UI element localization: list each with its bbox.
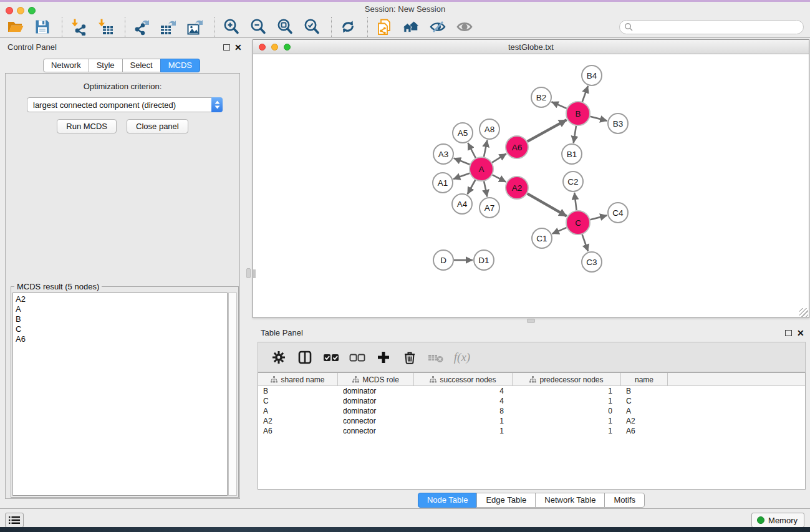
edge-A-A2[interactable] xyxy=(493,175,506,181)
task-history-button[interactable] xyxy=(5,513,24,528)
close-panel-button[interactable]: Close panel xyxy=(127,119,188,133)
table-cell[interactable]: 1 xyxy=(513,416,621,426)
graph-node-C1[interactable]: C1 xyxy=(532,228,552,248)
delete-column-icon[interactable] xyxy=(400,349,419,366)
tab-node-table[interactable]: Node Table xyxy=(418,493,478,508)
table-cell[interactable]: A2 xyxy=(258,416,338,426)
function-builder-icon[interactable]: f(x) xyxy=(453,349,471,366)
mcds-result-item[interactable]: A xyxy=(16,304,227,314)
horizontal-splitter-grip[interactable] xyxy=(527,319,535,323)
edge-A-A3[interactable] xyxy=(454,158,470,165)
graph-node-A3[interactable]: A3 xyxy=(433,144,453,164)
clone-network-icon[interactable] xyxy=(375,18,393,36)
export-image-icon[interactable] xyxy=(186,18,204,36)
edge-A-A8[interactable] xyxy=(484,140,487,157)
table-row[interactable]: A6connector11A6 xyxy=(258,426,805,436)
vertical-splitter-grip[interactable] xyxy=(246,268,251,278)
search-input[interactable] xyxy=(633,22,789,32)
column-header-predecessor-nodes[interactable]: predecessor nodes xyxy=(513,373,621,386)
mcds-result-item[interactable]: B xyxy=(16,314,227,324)
graph-node-D1[interactable]: D1 xyxy=(474,250,494,270)
zoom-out-icon[interactable] xyxy=(249,18,267,36)
tab-style[interactable]: Style xyxy=(89,59,123,72)
edge-B-B3[interactable] xyxy=(590,117,607,121)
graph-node-C[interactable]: C xyxy=(566,211,590,235)
graph-node-C2[interactable]: C2 xyxy=(563,172,583,191)
column-header-shared-name[interactable]: shared name xyxy=(258,373,338,386)
graph-node-C4[interactable]: C4 xyxy=(608,203,628,223)
refresh-layout-icon[interactable] xyxy=(339,18,357,36)
table-cell[interactable]: C xyxy=(258,396,338,406)
graph-node-B1[interactable]: B1 xyxy=(562,144,582,164)
table-cell[interactable]: C xyxy=(621,396,668,406)
table-cell[interactable]: 4 xyxy=(414,386,513,396)
network-canvas-area[interactable]: AA1A2A3A4A5A6A7A8BB1B2B3B4CC1C2C3C4DD1 xyxy=(253,54,809,317)
graph-node-A1[interactable]: A1 xyxy=(433,173,453,193)
add-column-icon[interactable] xyxy=(374,349,393,366)
table-cell[interactable]: connector xyxy=(338,416,414,426)
zoom-selected-icon[interactable] xyxy=(303,18,321,36)
edge-C-C2[interactable] xyxy=(574,193,576,210)
export-table-icon[interactable] xyxy=(160,18,177,36)
edge-A6-B[interactable] xyxy=(528,120,567,142)
tab-network[interactable]: Network xyxy=(43,59,89,72)
tab-mcds[interactable]: MCDS xyxy=(160,59,200,72)
delete-table-icon[interactable] xyxy=(427,349,445,366)
table-row[interactable]: Adominator80A xyxy=(258,406,805,416)
table-cell[interactable]: A xyxy=(258,406,338,416)
edge-A2-C[interactable] xyxy=(527,193,566,216)
close-panel-icon[interactable]: ✕ xyxy=(234,43,242,52)
table-cell[interactable]: 1 xyxy=(513,396,621,406)
graph-node-B2[interactable]: B2 xyxy=(531,87,551,107)
graph-node-A[interactable]: A xyxy=(470,157,493,181)
memory-button[interactable]: Memory xyxy=(751,513,804,528)
mcds-result-item[interactable]: A6 xyxy=(16,334,227,344)
mcds-result-item[interactable]: A2 xyxy=(16,294,227,304)
table-cell[interactable]: 0 xyxy=(513,406,621,416)
graph-node-A6[interactable]: A6 xyxy=(506,136,528,158)
table-cell[interactable]: B xyxy=(621,386,668,396)
graph-node-A8[interactable]: A8 xyxy=(480,119,499,139)
import-table-icon[interactable] xyxy=(97,18,114,36)
export-network-icon[interactable] xyxy=(133,18,150,36)
hide-graphics-details-icon[interactable] xyxy=(429,18,446,36)
edge-B-B1[interactable] xyxy=(574,126,576,143)
unselect-all-icon[interactable] xyxy=(348,349,367,366)
graph-node-B[interactable]: B xyxy=(566,102,590,125)
zoom-in-icon[interactable] xyxy=(223,18,240,36)
graph-node-D[interactable]: D xyxy=(433,250,453,270)
float-table-panel-icon[interactable] xyxy=(785,330,792,336)
table-cell[interactable]: 1 xyxy=(414,416,513,426)
graph-node-A2[interactable]: A2 xyxy=(506,177,528,199)
edge-C-C1[interactable] xyxy=(552,228,567,234)
table-cell[interactable]: B xyxy=(258,386,338,396)
graph-node-A5[interactable]: A5 xyxy=(453,123,473,143)
graph-node-C3[interactable]: C3 xyxy=(582,252,602,272)
edge-A-A6[interactable] xyxy=(492,153,506,162)
table-cell[interactable]: 8 xyxy=(414,406,513,416)
home-icon[interactable] xyxy=(402,18,420,36)
edge-A-A7[interactable] xyxy=(484,181,487,197)
select-all-icon[interactable] xyxy=(322,349,340,366)
table-cell[interactable]: 1 xyxy=(513,386,621,396)
graph-node-B3[interactable]: B3 xyxy=(608,114,628,133)
column-header-successor-nodes[interactable]: successor nodes xyxy=(414,373,513,386)
float-panel-icon[interactable] xyxy=(223,44,230,51)
table-cell[interactable]: dominator xyxy=(338,406,414,416)
table-cell[interactable]: 4 xyxy=(414,396,513,406)
edge-A-A1[interactable] xyxy=(453,173,470,179)
table-cell[interactable]: A2 xyxy=(621,416,668,426)
criterion-select[interactable]: largest connected component (directed) xyxy=(27,97,223,112)
import-network-icon[interactable] xyxy=(70,18,87,36)
edge-C-C3[interactable] xyxy=(582,235,588,251)
table-cell[interactable]: A6 xyxy=(621,426,668,436)
table-row[interactable]: A2connector11A2 xyxy=(258,416,805,426)
edge-A-A5[interactable] xyxy=(468,143,476,158)
open-session-icon[interactable] xyxy=(7,18,24,36)
tab-network-table[interactable]: Network Table xyxy=(535,493,605,508)
table-cell[interactable]: 1 xyxy=(414,426,513,436)
split-view-icon[interactable] xyxy=(296,349,314,366)
mcds-result-scrollbar[interactable] xyxy=(228,293,237,496)
graph-node-B4[interactable]: B4 xyxy=(582,65,602,85)
save-session-icon[interactable] xyxy=(34,18,51,36)
